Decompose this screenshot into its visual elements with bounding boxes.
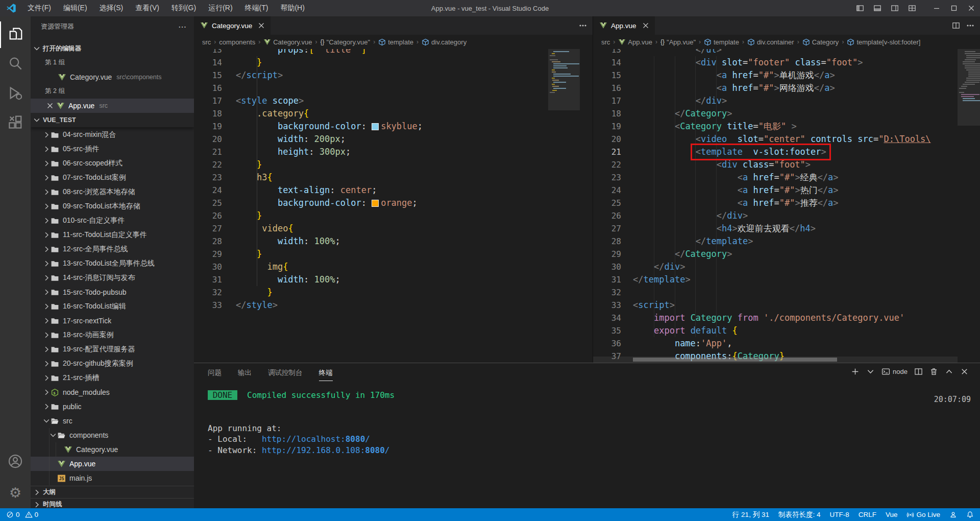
layout-sidebar-icon[interactable] [851,0,869,16]
tree-item[interactable]: node_modules [31,385,194,399]
breadcrumb-item[interactable]: {}"App.vue" [660,38,696,46]
menu-8[interactable]: 帮助(H) [274,0,310,16]
breadcrumb-item[interactable]: src [601,38,610,46]
close-button[interactable] [963,0,980,16]
menu-3[interactable]: 选择(S) [93,0,130,16]
breadcrumb-item[interactable]: src [202,38,211,46]
code-area[interactable]: 13 props:[ 'title' ]14 }15</script>1617<… [194,49,593,363]
tree-item[interactable]: components [31,428,194,442]
code-line[interactable]: 23 <a href="#">经典</a> [593,171,980,184]
tree-item[interactable]: 12-src-全局事件总线 [31,242,194,256]
go-live-status[interactable]: Go Live [906,508,940,521]
code-line[interactable]: 18 </Category> [593,107,980,120]
breadcrumb-item[interactable]: template[v-slot:footer] [847,38,920,46]
more-actions-icon[interactable] [578,21,587,30]
code-line[interactable]: 13 </ul> [593,49,980,56]
breadcrumb-item[interactable]: components [219,38,255,46]
split-editor-icon[interactable] [951,21,961,30]
tree-item[interactable]: Category.vue [31,442,194,457]
code-line[interactable]: 22 } [194,158,593,171]
tree-item[interactable]: 15-src-Todo-pubsub [31,285,194,299]
split-terminal-button[interactable] [914,367,923,376]
minimap-slider[interactable] [958,49,980,126]
language-mode-status[interactable]: Vue [886,508,898,521]
code-line[interactable]: 29 </Category> [593,248,980,260]
code-line[interactable]: 21 height: 300px; [194,146,593,158]
tree-item[interactable]: 21-src-插槽 [31,371,194,385]
code-line[interactable]: 14 <div slot="footer" class="foot"> [593,56,980,69]
tree-item[interactable]: public [31,399,194,414]
kill-terminal-button[interactable] [929,367,938,376]
activity-extensions[interactable] [0,110,31,137]
tab-close-icon[interactable] [257,21,265,30]
tree-item[interactable]: 17-src-nextTick [31,314,194,328]
code-line[interactable]: 16 [194,82,593,94]
indentation-status[interactable]: 制表符长度: 4 [778,508,821,521]
code-line[interactable]: 17 </div> [593,94,980,107]
code-line[interactable]: 27 video{ [194,222,593,235]
breadcrumb-item[interactable]: {}"Category.vue" [321,38,371,46]
code-line[interactable]: 35 export default { [593,324,980,337]
activity-explorer[interactable] [0,21,31,48]
panel-tab-1[interactable]: 问题 [208,368,222,381]
menu-4[interactable]: 查看(V) [129,0,165,16]
section-outline[interactable]: 大纲 [31,486,194,498]
shell-selector-button[interactable]: node [881,367,908,376]
tree-item[interactable]: 010-src-自定义事件 [31,214,194,228]
tree-item[interactable]: 20-src-github搜索案例 [31,357,194,371]
code-line[interactable]: 31 width: 100%; [194,273,593,286]
code-line[interactable]: 16 <a href="#">网络游戏</a> [593,82,980,94]
code-line[interactable]: 24 text-align: center; [194,184,593,197]
code-line[interactable]: 26 </div> [593,209,980,222]
new-terminal-button[interactable] [851,367,860,376]
code-line[interactable]: 31</template> [593,273,980,286]
eol-status[interactable]: CRLF [859,508,876,521]
feedback-status[interactable] [949,508,957,521]
activity-settings[interactable]: ⚙ [0,480,31,506]
activity-search[interactable] [0,51,31,78]
maximize-button[interactable] [945,0,963,16]
breadcrumb-item[interactable]: App.vue [618,38,652,46]
tree-item[interactable]: 09-src-TodoList本地存储 [31,199,194,214]
activity-run-debug[interactable] [0,81,31,107]
open-editor-item[interactable]: App.vuesrc [31,99,194,113]
tab-close-icon[interactable] [642,21,650,30]
scrollbar-thumb[interactable] [633,358,837,362]
breadcrumb-item[interactable]: template [378,38,413,46]
open-editor-item[interactable]: Category.vuesrc\components [31,70,194,84]
code-line[interactable]: 28 width: 100%; [194,235,593,248]
minimap-slider[interactable] [548,49,580,110]
close-panel-button[interactable] [960,367,969,376]
code-line[interactable]: 27 <h4>欢迎前去观看</h4> [593,222,980,235]
code-line[interactable]: 26 } [194,209,593,222]
code-area[interactable]: 13 </ul>14 <div slot="footer" class="foo… [593,49,980,363]
tree-item[interactable]: 14-src-消息订阅与发布 [31,271,194,285]
code-line[interactable]: 24 <a href="#">热门</a> [593,184,980,197]
layout-customize-icon[interactable] [903,0,921,16]
code-line[interactable]: 15</script> [194,69,593,82]
code-line[interactable]: 32 [593,286,980,299]
menu-2[interactable]: 编辑(E) [57,0,93,16]
breadcrumb-item[interactable]: div.category [422,38,467,46]
encoding-status[interactable]: UTF-8 [829,508,849,521]
open-editors-header[interactable]: 打开的编辑器 [31,41,194,56]
tree-item[interactable]: JSmain.js [31,471,194,485]
close-icon[interactable] [46,102,54,110]
more-actions-icon[interactable] [966,21,975,30]
tree-item[interactable]: 19-src-配置代理服务器 [31,342,194,357]
code-line[interactable]: 36 name:'App', [593,337,980,350]
panel-tab-4[interactable]: 终端 [319,368,333,381]
code-line[interactable]: 30 </div> [593,260,980,273]
code-line[interactable]: 34 import Category from './components/Ca… [593,312,980,324]
minimap[interactable] [958,49,980,363]
menu-7[interactable]: 终端(T) [239,0,275,16]
breadcrumb-item[interactable]: Category.vue [263,38,312,46]
tree-item[interactable]: 04-src-mixin混合 [31,128,194,142]
code-line[interactable]: 13 props:[ 'title' ] [194,49,593,56]
minimap[interactable] [548,49,580,363]
code-line[interactable]: 17<style scope> [194,94,593,107]
maximize-panel-button[interactable] [945,367,953,376]
tree-item[interactable]: App.vue [31,457,194,471]
tree-item[interactable]: 16-src-TodoList编辑 [31,299,194,314]
code-line[interactable]: 30 img{ [194,260,593,273]
